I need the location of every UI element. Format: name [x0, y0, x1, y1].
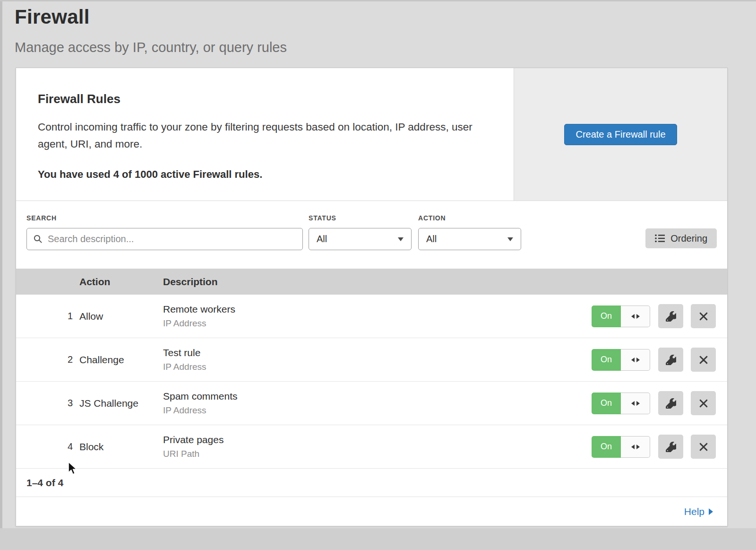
page-title: Firewall — [15, 6, 287, 28]
arrow-left-glyph — [631, 314, 635, 319]
rule-action: Allow — [79, 311, 163, 322]
toggle-handle-icon[interactable] — [621, 349, 650, 371]
rule-description-cell: Remote workers IP Address — [163, 304, 592, 329]
intro-text: Firewall Rules Control incoming traffic … — [16, 68, 514, 201]
toggle-handle-icon[interactable] — [621, 436, 650, 458]
rule-description: Test rule — [163, 347, 592, 358]
arrow-left-glyph — [631, 358, 635, 362]
rule-controls: On — [592, 348, 716, 372]
rule-controls: On — [592, 304, 716, 328]
page-background-strip — [0, 528, 756, 550]
toggle-handle-icon[interactable] — [621, 393, 650, 414]
close-icon — [699, 312, 708, 321]
close-icon — [699, 442, 708, 452]
list-icon — [655, 234, 665, 243]
rule-match-type: IP Address — [163, 405, 592, 416]
edit-rule-button[interactable] — [658, 391, 683, 415]
table-header: Action Description — [16, 269, 727, 295]
arrow-right-glyph — [636, 358, 640, 362]
table-body: 1 Allow Remote workers IP Address On — [16, 295, 727, 469]
rules-table: Action Description 1 Allow Remote worker… — [16, 269, 727, 526]
ordering-button[interactable]: Ordering — [645, 228, 717, 248]
window-edge-left — [0, 0, 2, 550]
rule-controls: On — [592, 391, 716, 415]
wrench-icon — [666, 442, 676, 452]
search-input[interactable] — [26, 228, 303, 250]
close-icon — [699, 399, 708, 408]
rule-match-type: URI Path — [163, 449, 592, 459]
edit-rule-button[interactable] — [658, 435, 683, 459]
delete-rule-button[interactable] — [691, 391, 716, 415]
rule-description: Spam comments — [163, 391, 592, 402]
wrench-icon — [666, 398, 676, 409]
col-description: Description — [163, 276, 727, 288]
rule-enabled-toggle[interactable]: On — [592, 349, 650, 371]
wrench-icon — [666, 311, 676, 322]
intro-section: Firewall Rules Control incoming traffic … — [16, 68, 727, 201]
action-select[interactable]: All — [418, 228, 521, 250]
rule-priority: 1 — [16, 311, 79, 322]
delete-rule-button[interactable] — [691, 348, 716, 372]
rule-match-type: IP Address — [163, 318, 592, 329]
rule-enabled-toggle[interactable]: On — [592, 436, 650, 458]
toggle-handle-icon[interactable] — [621, 306, 650, 327]
toggle-on-label[interactable]: On — [592, 436, 621, 458]
action-select-value: All — [426, 234, 437, 244]
edit-rule-button[interactable] — [658, 304, 683, 328]
status-select[interactable]: All — [309, 228, 412, 250]
table-row: 3 JS Challenge Spam comments IP Address … — [16, 382, 727, 425]
table-row: 2 Challenge Test rule IP Address On — [16, 338, 727, 382]
rule-priority: 2 — [16, 354, 79, 365]
help-label: Help — [684, 506, 704, 517]
close-icon — [699, 355, 708, 365]
rule-priority: 3 — [16, 398, 79, 409]
toggle-on-label[interactable]: On — [592, 349, 621, 371]
mouse-cursor — [67, 462, 78, 476]
pagination-text: 1–4 of 4 — [26, 477, 63, 489]
chevron-down-icon — [507, 237, 513, 241]
delete-rule-button[interactable] — [691, 435, 716, 459]
col-action: Action — [79, 276, 163, 288]
firewall-rules-card: Firewall Rules Control incoming traffic … — [16, 68, 728, 526]
rule-action: JS Challenge — [79, 398, 163, 409]
help-link[interactable]: Help — [684, 506, 713, 517]
search-box — [26, 228, 303, 250]
create-firewall-rule-button[interactable]: Create a Firewall rule — [564, 124, 677, 145]
create-rule-panel: Create a Firewall rule — [514, 68, 727, 201]
chevron-down-icon — [398, 237, 404, 241]
rule-description-cell: Test rule IP Address — [163, 347, 592, 372]
edit-rule-button[interactable] — [658, 348, 683, 372]
toggle-on-label[interactable]: On — [592, 306, 621, 327]
arrow-right-icon — [709, 508, 713, 515]
action-label: ACTION — [418, 214, 521, 222]
rule-description-cell: Spam comments IP Address — [163, 391, 592, 416]
section-description: Control incoming traffic to your zone by… — [38, 119, 487, 153]
search-filter: SEARCH — [26, 214, 303, 250]
window-edge-top — [0, 0, 756, 1]
delete-rule-button[interactable] — [691, 304, 716, 328]
arrow-left-glyph — [631, 401, 635, 406]
rule-priority: 4 — [16, 441, 79, 452]
rule-action: Challenge — [79, 354, 163, 366]
rule-enabled-toggle[interactable]: On — [592, 306, 650, 327]
rule-action: Block — [79, 441, 163, 453]
search-label: SEARCH — [26, 214, 303, 222]
rule-enabled-toggle[interactable]: On — [592, 393, 650, 414]
arrow-right-glyph — [636, 314, 640, 319]
ordering-label: Ordering — [670, 233, 707, 244]
rule-match-type: IP Address — [163, 362, 592, 372]
filters-bar: SEARCH STATUS All ACTION All — [16, 201, 727, 269]
rule-description: Private pages — [163, 434, 592, 445]
toggle-on-label[interactable]: On — [592, 393, 621, 414]
rule-description: Remote workers — [163, 304, 592, 315]
arrow-left-glyph — [631, 445, 635, 449]
page-subtitle: Manage access by IP, country, or query r… — [15, 40, 287, 55]
search-icon — [33, 234, 43, 244]
table-row: 4 Block Private pages URI Path On — [16, 425, 727, 469]
arrow-right-glyph — [636, 445, 640, 449]
usage-note: You have used 4 of 1000 active Firewall … — [38, 168, 495, 181]
rule-controls: On — [592, 435, 716, 459]
table-row: 1 Allow Remote workers IP Address On — [16, 295, 727, 338]
action-filter: ACTION All — [418, 214, 521, 250]
section-heading: Firewall Rules — [38, 92, 495, 106]
